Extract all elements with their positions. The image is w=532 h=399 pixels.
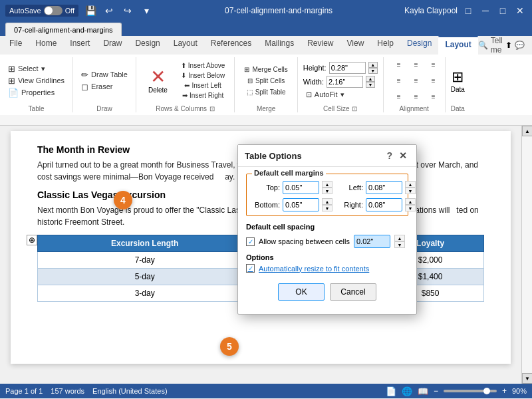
right-up-btn[interactable]: ▲	[405, 198, 416, 205]
tab-view[interactable]: View	[340, 36, 371, 55]
top-input[interactable]	[283, 181, 319, 194]
table-move-handle[interactable]: ⊕	[27, 235, 37, 245]
split-table-btn[interactable]: ⬚ Split Table	[240, 87, 291, 97]
rows-cols-expand-icon[interactable]: ⊡	[209, 105, 215, 112]
insert-below-btn[interactable]: ⬇ Insert Below	[177, 70, 229, 80]
cell-size-buttons: Height: ▲ ▼ Width: ▲ ▼ ⊡	[303, 57, 378, 104]
tell-me-label[interactable]: Tell me	[491, 36, 503, 55]
tab-design-table[interactable]: Design	[400, 36, 438, 55]
merge-cells-btn[interactable]: ⊞ Merge Cells	[240, 65, 291, 74]
split-cells-btn[interactable]: ⊟ Split Cells	[240, 76, 291, 86]
scroll-track[interactable]	[522, 136, 532, 373]
dialog-close-btn[interactable]: ✕	[396, 149, 410, 162]
select-btn[interactable]: ⊞ Select ▾	[5, 63, 67, 74]
zoom-in-btn[interactable]: +	[502, 386, 507, 396]
scrollbar-vertical[interactable]: ▲ ▼	[521, 126, 532, 384]
scroll-up-btn[interactable]: ▲	[522, 126, 532, 136]
tab-review[interactable]: Review	[301, 36, 340, 55]
resize-checkbox[interactable]: ✓	[246, 264, 255, 273]
align-middle-right-btn[interactable]: ≡	[424, 73, 444, 88]
tab-mailings[interactable]: Mailings	[258, 36, 301, 55]
width-input[interactable]	[327, 76, 363, 88]
top-up-btn[interactable]: ▲	[322, 181, 332, 188]
undo-btn[interactable]: ↩	[102, 4, 116, 17]
draw-table-btn[interactable]: ✏ Draw Table	[78, 69, 130, 80]
ribbon-toggle-btn[interactable]: □	[462, 4, 475, 17]
delete-btn[interactable]: ✕ Delete	[142, 64, 174, 98]
spacing-down-btn[interactable]: ▼	[394, 241, 405, 248]
dialog-footer: OK Cancel	[246, 279, 408, 307]
autofit-btn[interactable]: ⊡ AutoFit ▾	[303, 90, 378, 100]
view-read-btn[interactable]: 📖	[418, 386, 428, 396]
view-gridlines-btn[interactable]: ⊞ View Gridlines	[5, 75, 67, 86]
title-filename: 07-cell-alignment-and-margins	[153, 6, 404, 15]
tab-references[interactable]: References	[204, 36, 258, 55]
left-up-btn[interactable]: ▲	[405, 181, 416, 188]
redo-btn[interactable]: ↪	[121, 4, 134, 17]
scroll-down-btn[interactable]: ▼	[522, 373, 532, 384]
left-input[interactable]	[366, 181, 402, 194]
bottom-down-btn[interactable]: ▼	[322, 205, 332, 211]
share-btn[interactable]: ⬆	[505, 41, 512, 50]
maximize-btn[interactable]: □	[496, 4, 509, 17]
split-cells-icon: ⊟	[247, 77, 253, 84]
comment-btn[interactable]: 💬	[515, 41, 525, 50]
insert-above-icon: ⬆	[181, 62, 186, 69]
ribbon-content: ⊞ Select ▾ ⊞ View Gridlines 📄 Properties…	[0, 55, 532, 115]
allow-spacing-label: Allow spacing between cells	[259, 237, 350, 245]
allow-spacing-checkbox[interactable]: ✓	[246, 237, 255, 246]
cell-size-expand-icon[interactable]: ⊡	[352, 105, 357, 112]
close-btn[interactable]: ✕	[513, 4, 527, 17]
doc-tab[interactable]: 07-cell-alignment-and-margins	[5, 23, 122, 36]
autosave-btn[interactable]	[44, 6, 63, 15]
autosave-toggle[interactable]: AutoSave Off	[5, 5, 78, 17]
spacing-up-btn[interactable]: ▲	[394, 235, 405, 241]
right-input[interactable]	[366, 198, 402, 211]
tab-draw[interactable]: Draw	[96, 36, 128, 55]
insert-left-btn[interactable]: ⬅ Insert Left	[177, 80, 229, 90]
align-bottom-right-btn[interactable]: ≡	[424, 89, 444, 104]
spacing-input[interactable]	[354, 235, 390, 248]
bottom-up-btn[interactable]: ▲	[322, 198, 332, 205]
view-web-btn[interactable]: 🌐	[402, 386, 412, 396]
tab-layout-table[interactable]: Layout	[438, 36, 477, 55]
zoom-slider[interactable]	[444, 390, 497, 392]
autofit-icon: ⊡	[306, 90, 312, 99]
save-btn[interactable]: 💾	[84, 4, 97, 17]
step4-badge: 4	[114, 191, 132, 209]
top-down-btn[interactable]: ▼	[322, 188, 332, 194]
tab-home[interactable]: Home	[29, 36, 63, 55]
left-down-btn[interactable]: ▼	[405, 188, 416, 194]
zoom-out-btn[interactable]: −	[434, 386, 438, 396]
tab-file[interactable]: File	[3, 36, 29, 55]
properties-icon: 📄	[8, 88, 19, 98]
dialog-help-btn[interactable]: ?	[386, 150, 392, 161]
width-up-btn[interactable]: ▲	[366, 76, 375, 82]
cancel-btn[interactable]: Cancel	[330, 283, 376, 301]
height-label: Height:	[303, 64, 327, 72]
bottom-input[interactable]	[283, 198, 319, 211]
ok-btn[interactable]: OK	[278, 283, 325, 301]
properties-btn[interactable]: 📄 Properties	[5, 87, 67, 98]
right-down-btn[interactable]: ▼	[405, 205, 416, 211]
zoom-slider-container[interactable]	[444, 390, 497, 392]
view-print-btn[interactable]: 📄	[386, 386, 396, 396]
insert-above-btn[interactable]: ⬆ Insert Above	[177, 61, 229, 70]
autofit-dropdown-icon: ▾	[340, 90, 344, 99]
tab-help[interactable]: Help	[370, 36, 400, 55]
tab-layout-main[interactable]: Layout	[167, 36, 204, 55]
tab-design-main[interactable]: Design	[128, 36, 166, 55]
align-top-right-btn[interactable]: ≡	[424, 57, 444, 72]
height-down-btn[interactable]: ▼	[368, 68, 378, 74]
minimize-btn[interactable]: ─	[479, 4, 492, 17]
customize-btn[interactable]: ▾	[140, 4, 153, 17]
height-input[interactable]	[329, 62, 366, 74]
tab-insert[interactable]: Insert	[63, 36, 96, 55]
autosave-state: Off	[65, 7, 74, 15]
eraser-btn[interactable]: ◻ Eraser	[78, 81, 130, 92]
insert-right-btn[interactable]: ➡ Insert Right	[177, 90, 229, 100]
height-up-btn[interactable]: ▲	[368, 62, 378, 68]
data-buttons: ⊞ Data	[451, 57, 465, 104]
width-down-btn[interactable]: ▼	[366, 82, 375, 88]
dialog-title: Table Options	[245, 151, 302, 161]
